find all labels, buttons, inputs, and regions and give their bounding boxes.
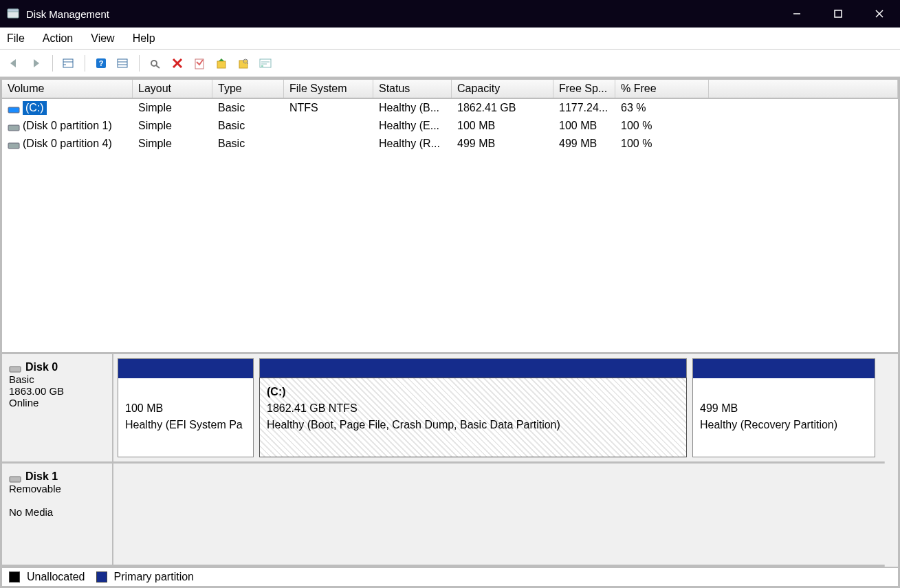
legend-swatch-unallocated [9,571,20,582]
legend-label-unallocated: Unallocated [27,571,85,583]
partition[interactable]: 499 MBHealthy (Recovery Partition) [692,358,875,457]
window-title: Disk Management [26,8,776,20]
delete-button[interactable] [168,54,186,72]
disk-icon [9,474,21,482]
col-filesystem[interactable]: File System [284,80,373,98]
drive-icon [8,140,20,149]
col-percent-free[interactable]: % Free [615,80,709,98]
maximize-button[interactable] [817,0,859,28]
menubar: File Action View Help [0,28,900,50]
partition[interactable]: (C:)1862.41 GB NTFSHealthy (Boot, Page F… [259,358,687,457]
menu-action[interactable]: Action [43,32,73,45]
drive-icon [8,122,20,131]
graphical-rows: ▴ Disk 0Basic1863.00 GBOnline 100 MBHeal… [2,354,898,567]
svg-rect-29 [10,477,21,482]
wizard-up-button[interactable] [212,54,230,72]
volume-row[interactable]: (Disk 0 partition 1)SimpleBasicHealthy (… [2,117,898,135]
volume-list-header: Volume Layout Type File System Status Ca… [2,78,898,99]
partition-header [693,359,875,378]
volume-list: Volume Layout Type File System Status Ca… [2,78,898,352]
svg-rect-6 [63,59,73,67]
svg-rect-10 [118,59,127,67]
col-capacity[interactable]: Capacity [452,80,553,98]
disk-partitions [113,464,898,565]
app-icon [7,8,19,19]
toolbar: ? [0,50,900,77]
disk-row: Disk 1Removable No Media [2,464,898,567]
properties-button[interactable] [190,54,208,72]
menu-help[interactable]: Help [133,32,155,45]
back-button[interactable] [6,54,23,72]
svg-rect-18 [217,61,226,68]
titlebar: Disk Management [0,0,900,28]
partition[interactable]: 100 MBHealthy (EFI System Pa [118,358,254,457]
col-type[interactable]: Type [212,80,284,98]
show-hide-tree-button[interactable] [60,54,78,72]
disk-label[interactable]: Disk 1Removable No Media [2,464,113,565]
svg-rect-25 [8,107,19,113]
svg-line-14 [156,65,160,68]
svg-rect-27 [8,143,19,149]
volume-row[interactable]: (Disk 0 partition 4)SimpleBasicHealthy (… [2,135,898,153]
partition-header [118,359,253,378]
partition-header [260,359,686,378]
content-area: Volume Layout Type File System Status Ca… [0,77,900,588]
close-button[interactable] [859,0,900,28]
menu-view[interactable]: View [91,32,114,45]
disk-label[interactable]: Disk 0Basic1863.00 GBOnline [2,354,113,461]
svg-text:?: ? [99,59,104,67]
volume-row[interactable]: (C:)SimpleBasicNTFSHealthy (B...1862.41 … [2,99,898,117]
col-layout[interactable]: Layout [133,80,212,98]
settings-button[interactable] [146,54,164,72]
forward-button[interactable] [28,54,45,72]
help-button[interactable]: ? [92,54,110,72]
disk-icon [9,364,21,372]
col-volume[interactable]: Volume [2,80,133,98]
drive-icon [8,105,20,113]
wizard-search-button[interactable] [234,54,252,72]
legend-swatch-primary [96,571,107,582]
menu-file[interactable]: File [7,32,25,45]
svg-point-13 [151,61,157,66]
col-status[interactable]: Status [373,80,452,98]
disk-partitions: 100 MBHealthy (EFI System Pa(C:)1862.41 … [113,354,898,461]
svg-rect-1 [8,9,19,12]
volume-list-body[interactable]: (C:)SimpleBasicNTFSHealthy (B...1862.41 … [2,99,898,352]
legend: Unallocated Primary partition [2,567,898,586]
svg-rect-28 [10,367,21,372]
svg-rect-3 [835,10,842,17]
col-spacer [709,80,898,98]
graphical-view: ▴ Disk 0Basic1863.00 GBOnline 100 MBHeal… [2,352,898,586]
col-free-space[interactable]: Free Sp... [553,80,615,98]
window-controls [776,0,900,28]
minimize-button[interactable] [776,0,817,28]
options-button[interactable] [256,54,274,72]
list-button[interactable] [114,54,132,72]
legend-label-primary: Primary partition [114,571,194,583]
disk-row: Disk 0Basic1863.00 GBOnline 100 MBHealth… [2,354,898,464]
svg-rect-26 [8,125,19,131]
